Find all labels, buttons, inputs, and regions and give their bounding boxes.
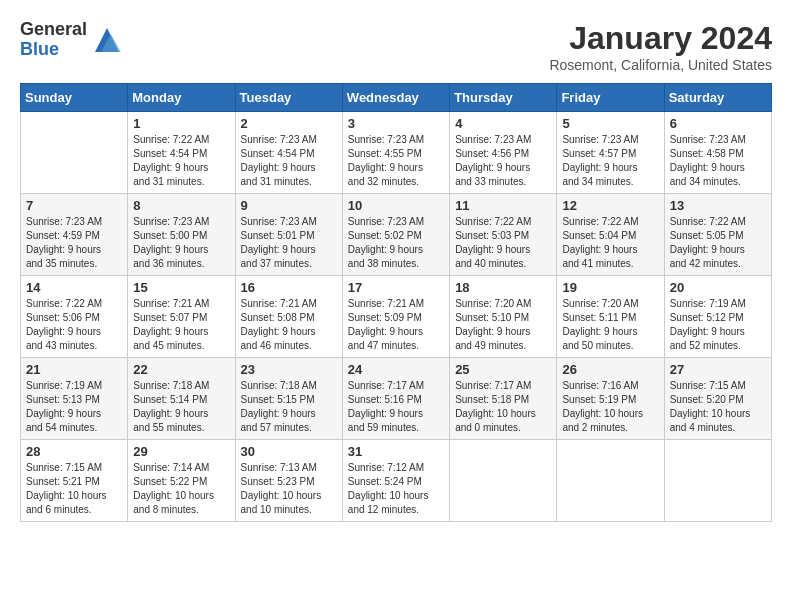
calendar-header-row: SundayMondayTuesdayWednesdayThursdayFrid… bbox=[21, 84, 772, 112]
calendar-week-row: 1Sunrise: 7:22 AM Sunset: 4:54 PM Daylig… bbox=[21, 112, 772, 194]
day-info: Sunrise: 7:23 AM Sunset: 4:56 PM Dayligh… bbox=[455, 133, 551, 189]
day-number: 28 bbox=[26, 444, 122, 459]
day-info: Sunrise: 7:18 AM Sunset: 5:14 PM Dayligh… bbox=[133, 379, 229, 435]
calendar-day-header: Thursday bbox=[450, 84, 557, 112]
day-number: 20 bbox=[670, 280, 766, 295]
day-info: Sunrise: 7:23 AM Sunset: 4:57 PM Dayligh… bbox=[562, 133, 658, 189]
day-info: Sunrise: 7:18 AM Sunset: 5:15 PM Dayligh… bbox=[241, 379, 337, 435]
logo-blue-text: Blue bbox=[20, 40, 87, 60]
day-info: Sunrise: 7:23 AM Sunset: 4:58 PM Dayligh… bbox=[670, 133, 766, 189]
calendar-day-cell: 6Sunrise: 7:23 AM Sunset: 4:58 PM Daylig… bbox=[664, 112, 771, 194]
day-number: 9 bbox=[241, 198, 337, 213]
day-info: Sunrise: 7:16 AM Sunset: 5:19 PM Dayligh… bbox=[562, 379, 658, 435]
day-info: Sunrise: 7:20 AM Sunset: 5:11 PM Dayligh… bbox=[562, 297, 658, 353]
day-number: 11 bbox=[455, 198, 551, 213]
calendar-day-cell: 17Sunrise: 7:21 AM Sunset: 5:09 PM Dayli… bbox=[342, 276, 449, 358]
calendar-day-cell: 10Sunrise: 7:23 AM Sunset: 5:02 PM Dayli… bbox=[342, 194, 449, 276]
calendar-day-cell: 14Sunrise: 7:22 AM Sunset: 5:06 PM Dayli… bbox=[21, 276, 128, 358]
calendar-day-header: Monday bbox=[128, 84, 235, 112]
day-number: 24 bbox=[348, 362, 444, 377]
day-number: 21 bbox=[26, 362, 122, 377]
day-number: 6 bbox=[670, 116, 766, 131]
calendar-day-cell: 19Sunrise: 7:20 AM Sunset: 5:11 PM Dayli… bbox=[557, 276, 664, 358]
calendar-day-cell: 27Sunrise: 7:15 AM Sunset: 5:20 PM Dayli… bbox=[664, 358, 771, 440]
calendar-table: SundayMondayTuesdayWednesdayThursdayFrid… bbox=[20, 83, 772, 522]
day-info: Sunrise: 7:22 AM Sunset: 5:05 PM Dayligh… bbox=[670, 215, 766, 271]
day-number: 8 bbox=[133, 198, 229, 213]
day-number: 16 bbox=[241, 280, 337, 295]
day-info: Sunrise: 7:23 AM Sunset: 4:55 PM Dayligh… bbox=[348, 133, 444, 189]
day-number: 19 bbox=[562, 280, 658, 295]
day-number: 30 bbox=[241, 444, 337, 459]
day-number: 14 bbox=[26, 280, 122, 295]
calendar-day-cell: 4Sunrise: 7:23 AM Sunset: 4:56 PM Daylig… bbox=[450, 112, 557, 194]
day-info: Sunrise: 7:22 AM Sunset: 5:04 PM Dayligh… bbox=[562, 215, 658, 271]
calendar-day-cell: 28Sunrise: 7:15 AM Sunset: 5:21 PM Dayli… bbox=[21, 440, 128, 522]
calendar-day-cell: 31Sunrise: 7:12 AM Sunset: 5:24 PM Dayli… bbox=[342, 440, 449, 522]
calendar-day-cell: 23Sunrise: 7:18 AM Sunset: 5:15 PM Dayli… bbox=[235, 358, 342, 440]
day-number: 5 bbox=[562, 116, 658, 131]
calendar-day-cell bbox=[664, 440, 771, 522]
calendar-week-row: 14Sunrise: 7:22 AM Sunset: 5:06 PM Dayli… bbox=[21, 276, 772, 358]
calendar-day-cell: 9Sunrise: 7:23 AM Sunset: 5:01 PM Daylig… bbox=[235, 194, 342, 276]
day-info: Sunrise: 7:17 AM Sunset: 5:18 PM Dayligh… bbox=[455, 379, 551, 435]
month-year-title: January 2024 bbox=[549, 20, 772, 57]
logo-general-text: General bbox=[20, 20, 87, 40]
calendar-day-cell bbox=[450, 440, 557, 522]
day-info: Sunrise: 7:22 AM Sunset: 4:54 PM Dayligh… bbox=[133, 133, 229, 189]
day-info: Sunrise: 7:19 AM Sunset: 5:13 PM Dayligh… bbox=[26, 379, 122, 435]
calendar-day-cell: 11Sunrise: 7:22 AM Sunset: 5:03 PM Dayli… bbox=[450, 194, 557, 276]
day-number: 26 bbox=[562, 362, 658, 377]
day-info: Sunrise: 7:20 AM Sunset: 5:10 PM Dayligh… bbox=[455, 297, 551, 353]
calendar-day-cell: 12Sunrise: 7:22 AM Sunset: 5:04 PM Dayli… bbox=[557, 194, 664, 276]
day-number: 1 bbox=[133, 116, 229, 131]
logo-icon bbox=[91, 24, 123, 56]
day-info: Sunrise: 7:23 AM Sunset: 4:59 PM Dayligh… bbox=[26, 215, 122, 271]
calendar-week-row: 7Sunrise: 7:23 AM Sunset: 4:59 PM Daylig… bbox=[21, 194, 772, 276]
calendar-day-cell: 3Sunrise: 7:23 AM Sunset: 4:55 PM Daylig… bbox=[342, 112, 449, 194]
location-subtitle: Rosemont, California, United States bbox=[549, 57, 772, 73]
calendar-day-cell: 26Sunrise: 7:16 AM Sunset: 5:19 PM Dayli… bbox=[557, 358, 664, 440]
day-number: 27 bbox=[670, 362, 766, 377]
calendar-day-cell: 22Sunrise: 7:18 AM Sunset: 5:14 PM Dayli… bbox=[128, 358, 235, 440]
day-number: 17 bbox=[348, 280, 444, 295]
calendar-day-cell: 24Sunrise: 7:17 AM Sunset: 5:16 PM Dayli… bbox=[342, 358, 449, 440]
calendar-day-cell: 1Sunrise: 7:22 AM Sunset: 4:54 PM Daylig… bbox=[128, 112, 235, 194]
calendar-day-cell: 29Sunrise: 7:14 AM Sunset: 5:22 PM Dayli… bbox=[128, 440, 235, 522]
day-info: Sunrise: 7:12 AM Sunset: 5:24 PM Dayligh… bbox=[348, 461, 444, 517]
day-number: 22 bbox=[133, 362, 229, 377]
day-info: Sunrise: 7:17 AM Sunset: 5:16 PM Dayligh… bbox=[348, 379, 444, 435]
calendar-day-cell: 20Sunrise: 7:19 AM Sunset: 5:12 PM Dayli… bbox=[664, 276, 771, 358]
day-info: Sunrise: 7:23 AM Sunset: 5:01 PM Dayligh… bbox=[241, 215, 337, 271]
calendar-day-cell: 21Sunrise: 7:19 AM Sunset: 5:13 PM Dayli… bbox=[21, 358, 128, 440]
title-block: January 2024 Rosemont, California, Unite… bbox=[549, 20, 772, 73]
day-info: Sunrise: 7:21 AM Sunset: 5:08 PM Dayligh… bbox=[241, 297, 337, 353]
calendar-week-row: 28Sunrise: 7:15 AM Sunset: 5:21 PM Dayli… bbox=[21, 440, 772, 522]
day-number: 10 bbox=[348, 198, 444, 213]
day-number: 25 bbox=[455, 362, 551, 377]
day-info: Sunrise: 7:21 AM Sunset: 5:07 PM Dayligh… bbox=[133, 297, 229, 353]
calendar-day-cell: 8Sunrise: 7:23 AM Sunset: 5:00 PM Daylig… bbox=[128, 194, 235, 276]
calendar-day-cell: 16Sunrise: 7:21 AM Sunset: 5:08 PM Dayli… bbox=[235, 276, 342, 358]
day-number: 3 bbox=[348, 116, 444, 131]
calendar-day-header: Tuesday bbox=[235, 84, 342, 112]
day-number: 12 bbox=[562, 198, 658, 213]
page-header: General Blue January 2024 Rosemont, Cali… bbox=[20, 20, 772, 73]
day-info: Sunrise: 7:23 AM Sunset: 5:02 PM Dayligh… bbox=[348, 215, 444, 271]
calendar-day-cell: 18Sunrise: 7:20 AM Sunset: 5:10 PM Dayli… bbox=[450, 276, 557, 358]
calendar-day-header: Wednesday bbox=[342, 84, 449, 112]
calendar-day-cell: 2Sunrise: 7:23 AM Sunset: 4:54 PM Daylig… bbox=[235, 112, 342, 194]
day-info: Sunrise: 7:22 AM Sunset: 5:03 PM Dayligh… bbox=[455, 215, 551, 271]
day-number: 23 bbox=[241, 362, 337, 377]
day-number: 2 bbox=[241, 116, 337, 131]
day-info: Sunrise: 7:22 AM Sunset: 5:06 PM Dayligh… bbox=[26, 297, 122, 353]
calendar-day-header: Sunday bbox=[21, 84, 128, 112]
logo: General Blue bbox=[20, 20, 123, 60]
day-info: Sunrise: 7:13 AM Sunset: 5:23 PM Dayligh… bbox=[241, 461, 337, 517]
calendar-day-cell: 13Sunrise: 7:22 AM Sunset: 5:05 PM Dayli… bbox=[664, 194, 771, 276]
day-number: 15 bbox=[133, 280, 229, 295]
calendar-week-row: 21Sunrise: 7:19 AM Sunset: 5:13 PM Dayli… bbox=[21, 358, 772, 440]
day-info: Sunrise: 7:19 AM Sunset: 5:12 PM Dayligh… bbox=[670, 297, 766, 353]
calendar-day-cell: 5Sunrise: 7:23 AM Sunset: 4:57 PM Daylig… bbox=[557, 112, 664, 194]
day-number: 4 bbox=[455, 116, 551, 131]
